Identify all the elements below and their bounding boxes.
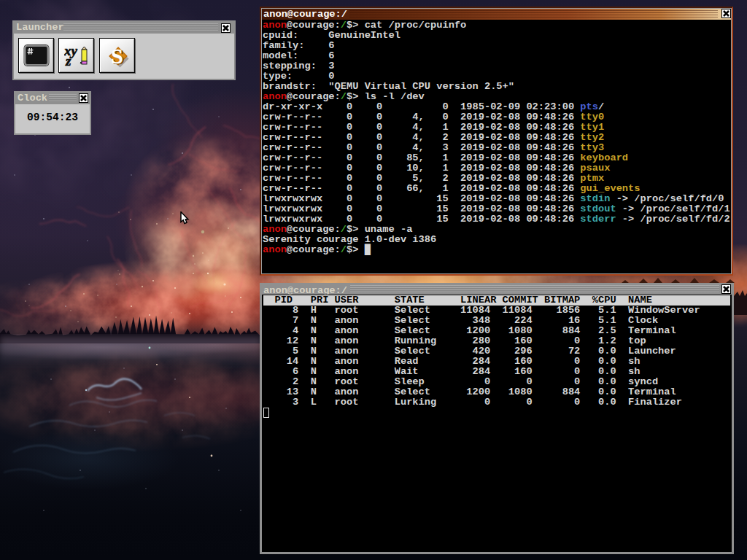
svg-text:S: S	[111, 44, 123, 68]
svg-text:z: z	[65, 53, 71, 69]
